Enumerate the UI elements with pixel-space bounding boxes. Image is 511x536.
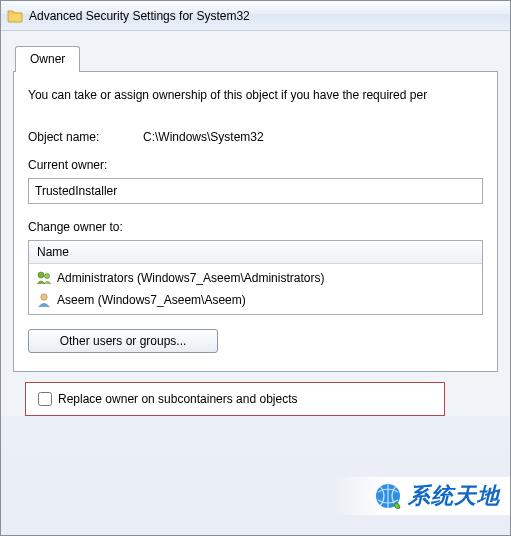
- group-icon: [35, 269, 53, 287]
- svg-point-1: [45, 274, 50, 279]
- tabs-area: Owner You can take or assign ownership o…: [1, 31, 510, 416]
- folder-icon: [7, 8, 23, 24]
- svg-point-0: [38, 272, 44, 278]
- titlebar: Advanced Security Settings for System32: [1, 1, 510, 31]
- change-owner-label: Change owner to:: [28, 220, 483, 234]
- user-icon: [35, 291, 53, 309]
- replace-owner-checkbox-row[interactable]: Replace owner on subcontainers and objec…: [25, 382, 445, 416]
- owner-list-header[interactable]: Name: [29, 241, 482, 264]
- tab-panel-owner: You can take or assign ownership of this…: [13, 71, 498, 372]
- object-name-row: Object name: C:\Windows\System32: [28, 130, 483, 144]
- list-item[interactable]: Administrators (Windows7_Aseem\Administr…: [29, 267, 482, 289]
- replace-owner-label: Replace owner on subcontainers and objec…: [58, 392, 297, 406]
- list-item-label: Administrators (Windows7_Aseem\Administr…: [57, 271, 324, 285]
- tab-owner[interactable]: Owner: [15, 46, 80, 72]
- replace-owner-checkbox[interactable]: [38, 392, 52, 406]
- window-frame: Advanced Security Settings for System32 …: [0, 0, 511, 536]
- tab-row: Owner: [13, 45, 498, 71]
- intro-text: You can take or assign ownership of this…: [28, 88, 483, 102]
- owner-list[interactable]: Name Administrators (Windows7_Aseem\Admi…: [28, 240, 483, 315]
- current-owner-value: TrustedInstaller: [35, 184, 117, 198]
- list-item[interactable]: Aseem (Windows7_Aseem\Aseem): [29, 289, 482, 311]
- object-name-value: C:\Windows\System32: [143, 130, 483, 144]
- svg-point-2: [41, 294, 47, 300]
- watermark: 系统天地: [334, 477, 510, 515]
- list-item-label: Aseem (Windows7_Aseem\Aseem): [57, 293, 246, 307]
- current-owner-field: TrustedInstaller: [28, 178, 483, 204]
- watermark-text: 系统天地: [408, 481, 500, 511]
- object-name-label: Object name:: [28, 130, 143, 144]
- tab-label: Owner: [30, 52, 65, 66]
- button-label: Other users or groups...: [60, 334, 187, 348]
- other-users-button[interactable]: Other users or groups...: [28, 329, 218, 353]
- globe-icon: [374, 482, 402, 510]
- current-owner-label: Current owner:: [28, 158, 483, 172]
- window-title: Advanced Security Settings for System32: [29, 9, 250, 23]
- owner-list-body: Administrators (Windows7_Aseem\Administr…: [29, 264, 482, 314]
